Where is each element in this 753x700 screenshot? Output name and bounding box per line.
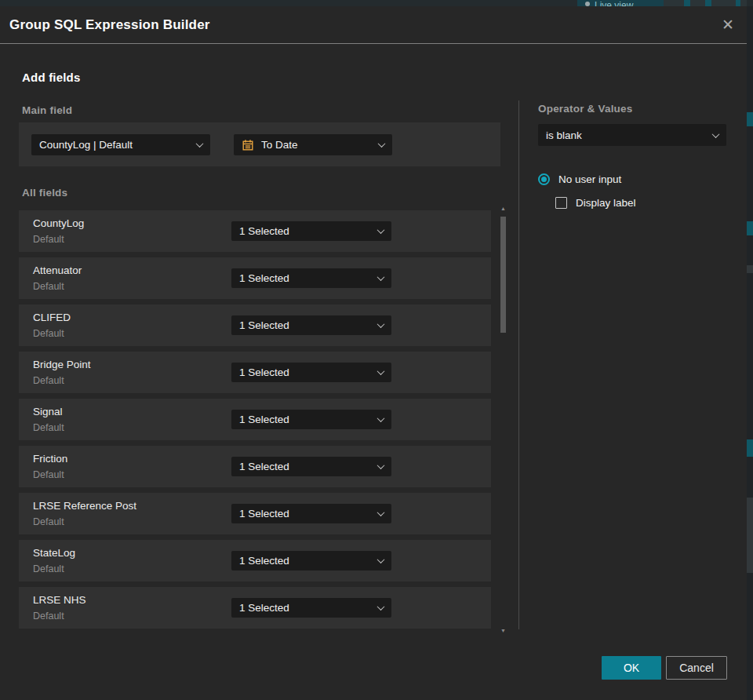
add-fields-heading: Add fields <box>22 71 81 84</box>
field-selection-dropdown[interactable]: 1 Selected <box>231 268 391 288</box>
close-icon[interactable]: ✕ <box>718 16 737 35</box>
chevron-down-icon <box>377 509 385 516</box>
selection-count-label: 1 Selected <box>239 272 372 284</box>
field-selection-dropdown[interactable]: 1 Selected <box>231 363 391 382</box>
display-label-text: Display label <box>576 197 636 209</box>
selection-count-label: 1 Selected <box>239 225 372 237</box>
field-layer-label: Default <box>33 375 64 386</box>
field-name: CountyLog <box>33 217 84 229</box>
background-teal-fragment <box>747 112 753 126</box>
field-selection-dropdown[interactable]: 1 Selected <box>231 221 391 241</box>
scroll-up-icon[interactable]: ▲ <box>499 206 507 212</box>
main-field-attribute-select[interactable]: To Date <box>234 134 392 155</box>
main-field-attribute-value: To Date <box>261 139 373 151</box>
field-name: LRSE NHS <box>33 594 86 606</box>
checkbox-unchecked-icon[interactable] <box>555 197 567 209</box>
field-name: StateLog <box>33 547 75 559</box>
field-layer-label: Default <box>33 328 64 339</box>
background-teal-fragment <box>736 0 740 6</box>
chevron-down-icon <box>377 367 385 375</box>
live-view-label: Live view <box>595 1 633 6</box>
selection-count-label: 1 Selected <box>239 414 372 425</box>
field-layer-label: Default <box>33 281 64 292</box>
background-teal-fragment <box>747 221 753 235</box>
screen: Live view Group SQL Expression Builder ✕… <box>0 0 753 700</box>
field-name: Friction <box>33 453 67 465</box>
field-name: CLIFED <box>33 312 71 323</box>
operator-values-label: Operator & Values <box>538 103 632 115</box>
background-gray-fragment <box>747 498 753 573</box>
field-selection-dropdown[interactable]: 1 Selected <box>231 551 391 571</box>
field-row: AttenuatorDefault1 Selected <box>19 257 491 299</box>
chevron-down-icon <box>712 130 720 138</box>
field-name: Signal <box>33 406 63 417</box>
main-field-select-value: CountyLog | Default <box>39 139 191 151</box>
chevron-down-icon <box>377 603 385 611</box>
field-layer-label: Default <box>33 611 64 622</box>
chevron-down-icon <box>377 461 385 469</box>
field-row: Bridge PointDefault1 Selected <box>19 352 491 393</box>
field-selection-dropdown[interactable]: 1 Selected <box>231 410 391 429</box>
calendar-icon <box>242 139 254 151</box>
field-layer-label: Default <box>33 563 64 574</box>
chevron-down-icon <box>377 556 385 563</box>
field-row: StateLogDefault1 Selected <box>19 540 491 582</box>
field-layer-label: Default <box>33 469 64 480</box>
no-user-input-radio[interactable]: No user input <box>538 173 621 185</box>
field-row: CLIFEDDefault1 Selected <box>19 304 491 346</box>
field-layer-label: Default <box>33 234 64 245</box>
field-selection-dropdown[interactable]: 1 Selected <box>231 598 391 618</box>
operator-select[interactable]: is blank <box>538 124 726 146</box>
group-sql-expression-builder-dialog: Group SQL Expression Builder ✕ Add field… <box>0 6 747 700</box>
field-row: FrictionDefault1 Selected <box>19 446 491 487</box>
all-fields-label: All fields <box>22 187 67 199</box>
ok-button[interactable]: OK <box>602 656 661 680</box>
selection-count-label: 1 Selected <box>239 508 372 520</box>
chevron-down-icon <box>196 140 204 148</box>
list-scrollbar[interactable]: ▲ ▼ <box>499 206 507 634</box>
cancel-button[interactable]: Cancel <box>666 656 727 680</box>
operator-select-value: is blank <box>546 129 707 141</box>
field-row: LRSE NHSDefault1 Selected <box>19 587 491 629</box>
field-name: LRSE Reference Post <box>33 500 136 512</box>
field-layer-label: Default <box>33 516 64 527</box>
all-fields-list: CountyLogDefault1 SelectedAttenuatorDefa… <box>19 210 491 634</box>
chevron-down-icon <box>377 273 385 281</box>
chevron-down-icon <box>378 140 386 148</box>
dialog-title: Group SQL Expression Builder <box>9 6 210 44</box>
dialog-titlebar: Group SQL Expression Builder ✕ <box>0 6 747 44</box>
radio-selected-icon <box>538 173 550 185</box>
display-label-checkbox-row[interactable]: Display label <box>555 197 636 209</box>
background-app-top-strip: Live view <box>0 0 753 6</box>
radio-dot <box>541 177 547 182</box>
main-field-row: CountyLog | Default To Date <box>19 122 500 166</box>
selection-count-label: 1 Selected <box>239 602 372 614</box>
field-layer-label: Default <box>33 422 64 433</box>
field-selection-dropdown[interactable]: 1 Selected <box>231 457 391 476</box>
field-name: Attenuator <box>33 264 82 276</box>
selection-count-label: 1 Selected <box>239 555 372 567</box>
field-selection-dropdown[interactable]: 1 Selected <box>231 504 391 523</box>
field-row: CountyLogDefault1 Selected <box>19 210 491 252</box>
chevron-down-icon <box>377 320 385 328</box>
background-teal-fragment <box>747 439 753 457</box>
scrollbar-thumb[interactable] <box>500 217 506 333</box>
chevron-down-icon <box>377 226 385 234</box>
main-field-label: Main field <box>22 104 72 116</box>
selection-count-label: 1 Selected <box>239 366 372 378</box>
no-user-input-label: No user input <box>558 173 621 185</box>
panel-divider <box>518 100 519 629</box>
field-row: SignalDefault1 Selected <box>19 399 491 440</box>
background-teal-fragment <box>684 0 690 6</box>
background-teal-fragment <box>705 0 711 6</box>
scroll-down-icon[interactable]: ▼ <box>499 628 507 634</box>
live-view-toggle[interactable]: Live view <box>577 0 664 6</box>
background-gray-fragment <box>747 265 753 273</box>
chevron-down-icon <box>377 414 385 422</box>
field-name: Bridge Point <box>33 359 91 370</box>
main-field-select[interactable]: CountyLog | Default <box>31 134 210 155</box>
field-row: LRSE Reference PostDefault1 Selected <box>19 493 491 534</box>
background-app-right-sliver <box>747 6 753 700</box>
field-selection-dropdown[interactable]: 1 Selected <box>231 315 391 335</box>
selection-count-label: 1 Selected <box>239 461 372 472</box>
